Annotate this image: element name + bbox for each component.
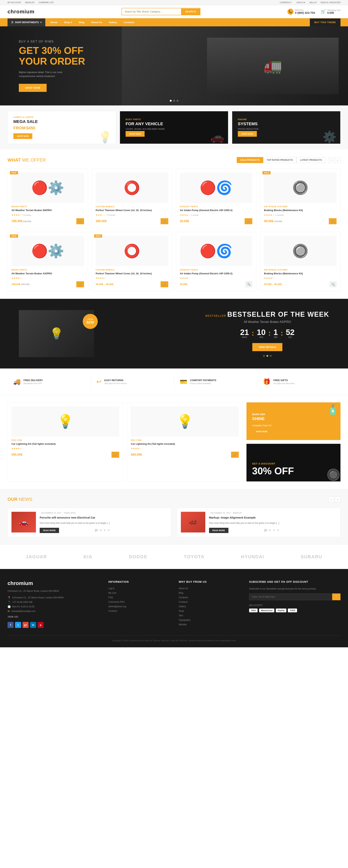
- magnify-button[interactable]: 🔍: [245, 281, 252, 287]
- product-card: 💡 PRO ITEM Car Lightning Kit (Tail light…: [127, 402, 243, 482]
- footer-compare-link[interactable]: Compare: [179, 596, 188, 599]
- bs-dot-1[interactable]: [263, 355, 265, 357]
- promo-engine-button[interactable]: Shop Now: [238, 131, 257, 137]
- footer-contacts-link[interactable]: Contacts: [108, 610, 117, 612]
- buy-theme-button[interactable]: BUY THIS THEME: [310, 19, 341, 26]
- news-card: 🚗 DECEMBER 16, 2017 TEMPLATES Porsche wi…: [7, 508, 171, 537]
- magnify-button[interactable]: 🔍: [329, 281, 337, 287]
- add-to-cart-button[interactable]: 🛒: [76, 218, 84, 224]
- footer-aboutus-link[interactable]: About Us: [179, 587, 188, 590]
- promo-lamps-button[interactable]: Shop Now: [13, 133, 32, 139]
- hero-cta-button[interactable]: SHOP NOW: [19, 84, 47, 92]
- product-name: Air Intake Pump (General Electric AIP-10…: [180, 209, 252, 212]
- nav-blog[interactable]: Blog: [76, 18, 88, 26]
- brand-hyundai[interactable]: Hyundai: [237, 552, 268, 561]
- tab-latest[interactable]: LATEST PRODUCTS: [297, 157, 325, 163]
- news-image: 🏎: [181, 512, 205, 532]
- sale-badge: SALE: [10, 235, 18, 238]
- facebook-button[interactable]: f: [7, 622, 13, 628]
- bs-dot-3[interactable]: [270, 355, 272, 357]
- add-to-cart-button[interactable]: 🛒: [245, 218, 252, 224]
- subscribe-email-input[interactable]: [249, 593, 332, 600]
- footer-typography-link[interactable]: Typography: [179, 619, 190, 621]
- add-to-cart-button[interactable]: 🛒: [231, 452, 239, 458]
- pinterest-button[interactable]: p: [38, 622, 44, 628]
- product-price: 399.00$ 🛒: [96, 218, 168, 224]
- phone-info: Welcome 0 (800) 423-754: [295, 9, 315, 14]
- subscribe-button[interactable]: →: [332, 593, 341, 600]
- footer-cart-link[interactable]: My Cart: [108, 592, 116, 594]
- shine-shop-button[interactable]: Shop Now: [252, 429, 271, 434]
- product-stars: ★★★★☆: [11, 277, 84, 279]
- footer-about-col: chromium Chromium Co., 25 Silicon Road, …: [7, 580, 99, 628]
- search-input[interactable]: [122, 8, 181, 15]
- search-button[interactable]: SEARCH: [181, 8, 200, 15]
- add-to-cart-button[interactable]: 🛒: [161, 281, 168, 287]
- prev-news-button[interactable]: ‹: [328, 497, 334, 502]
- nav-shop[interactable]: Shop ▾: [61, 18, 76, 26]
- car-body-image: 🚗: [210, 130, 224, 144]
- shop-departments-button[interactable]: ☰ SHOP DEPARTMENTS ▾: [7, 19, 45, 26]
- footer-test-link[interactable]: Test: [179, 614, 183, 617]
- tab-top-rated[interactable]: TOP RATED PRODUCTS: [263, 157, 297, 163]
- footer-gallery-link[interactable]: Gallery: [179, 605, 186, 608]
- brand-kia[interactable]: KIA: [80, 552, 96, 561]
- add-to-cart-button[interactable]: 🛒: [329, 218, 337, 224]
- my-account-link[interactable]: MY ACCOUNT: [7, 1, 21, 4]
- view-details-button[interactable]: View details: [252, 343, 282, 351]
- twitter-button[interactable]: t: [15, 622, 21, 628]
- brand-subaru[interactable]: Subaru: [297, 552, 326, 561]
- prev-products-button[interactable]: ‹: [328, 157, 334, 163]
- bs-dot-2[interactable]: [267, 355, 268, 357]
- tab-sale-products[interactable]: SALE PRODUCTS: [237, 157, 263, 163]
- nav-about[interactable]: About Us: [88, 18, 105, 26]
- hero-dot-2[interactable]: [173, 100, 175, 102]
- add-to-cart-button[interactable]: 🛒: [111, 452, 119, 458]
- promo-engine-desc: PRICES REDUCTION: [238, 128, 258, 130]
- hero-dot-1[interactable]: [170, 100, 172, 102]
- linkedin-button[interactable]: in: [30, 622, 36, 628]
- footer-blog-link[interactable]: Blog: [179, 592, 183, 594]
- currency-selector[interactable]: USD $: [296, 1, 306, 4]
- brand-dodge[interactable]: Dodge: [125, 552, 151, 561]
- signin-link[interactable]: SIGN IN / REGISTER: [320, 1, 341, 4]
- product-stars: ★★★★☆: [11, 447, 119, 450]
- read-more-button[interactable]: Read more: [209, 528, 229, 533]
- product-grid-row2: SALE 🔴⚙️ BRAKE PARTS All Weather Terrain…: [7, 232, 341, 291]
- product-stars: ★★★★☆: [264, 277, 337, 279]
- footer-comments-link[interactable]: Comments RSS: [108, 601, 125, 603]
- nav-gallery[interactable]: Gallery: [105, 18, 120, 26]
- mastercard-icon: MasterCard: [259, 609, 274, 612]
- compare-link[interactable]: COMPARE LIST: [39, 1, 54, 4]
- footer-faq-link[interactable]: FAQ: [108, 596, 113, 599]
- footer-contacts2-link[interactable]: Contacts: [179, 601, 187, 603]
- add-to-cart-button[interactable]: 🛒: [76, 281, 84, 287]
- subscribe-form: →: [249, 593, 341, 600]
- promo-body-button[interactable]: Shop Now: [126, 131, 145, 137]
- brand-jaguar[interactable]: Jaguar: [22, 552, 51, 561]
- shine-product-image: 🧴: [327, 404, 339, 415]
- payment-icons: VISA MasterCard PayPal YVES: [249, 609, 341, 612]
- email-icon: ✉: [7, 610, 10, 613]
- footer-wishlist-link[interactable]: Wishlist: [179, 623, 186, 626]
- read-more-button[interactable]: Read more: [40, 528, 59, 533]
- wishlist-link[interactable]: WISHLIST: [25, 1, 35, 4]
- footer-admin-link[interactable]: admin@press.org: [108, 605, 126, 608]
- site-logo[interactable]: chromium: [7, 9, 34, 15]
- promo-lamps-tag: LAMPS & LIGHTS: [13, 116, 38, 118]
- cart-block[interactable]: 🛒 Shopping Cart 0.00$: [321, 9, 341, 14]
- next-products-button[interactable]: ›: [335, 157, 341, 163]
- footer-shop-link[interactable]: Shop: [179, 610, 184, 612]
- next-news-button[interactable]: ›: [335, 497, 341, 502]
- nav-home[interactable]: Home: [47, 18, 61, 26]
- hero-dot-3[interactable]: [177, 100, 178, 102]
- features-bar: 🚚 FREE DELIVERY Worldwide from $75 ↩ EAS…: [0, 369, 348, 395]
- add-to-cart-button[interactable]: 🛒: [161, 218, 168, 224]
- hero-title: GET 30% OFF YOUR ORDER: [19, 45, 85, 67]
- comments-icon: 💬: [95, 529, 98, 531]
- brand-toyota[interactable]: Toyota: [180, 552, 208, 561]
- top-bar-right: CURRENCY: USD $ HELLO! SIGN IN / REGISTE…: [280, 1, 341, 4]
- nav-contacts[interactable]: Contacts: [120, 18, 138, 26]
- googleplus-button[interactable]: g+: [23, 622, 29, 628]
- footer-login-link[interactable]: Log in: [108, 587, 114, 590]
